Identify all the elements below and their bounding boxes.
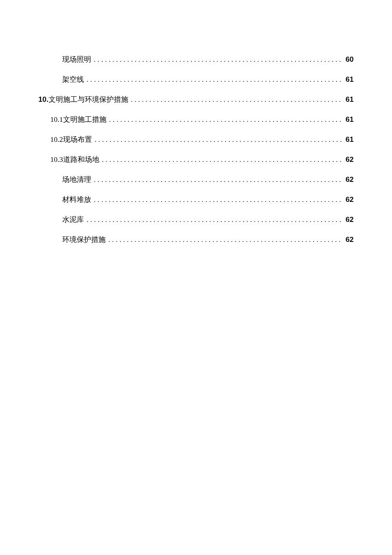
toc-entry: 10.1文明施工措施 .............................…: [38, 115, 354, 124]
toc-label: 10.1文明施工措施: [50, 115, 107, 124]
toc-entry: 水泥库 ....................................…: [38, 215, 354, 224]
toc-label: 环境保护措施: [62, 235, 106, 244]
toc-page: 61: [346, 135, 354, 144]
toc-dots: ........................................…: [131, 95, 343, 104]
toc-dots: ........................................…: [94, 55, 343, 64]
toc-dots: ........................................…: [86, 75, 343, 84]
toc-dots: ........................................…: [94, 196, 343, 204]
toc-entry: 现场照明 ...................................…: [38, 55, 354, 64]
toc-label: 现场照明: [62, 55, 91, 64]
toc-label: 10.2现场布置: [50, 135, 92, 144]
toc-entry: 架空线 ....................................…: [38, 75, 354, 84]
toc-page: 61: [346, 95, 354, 104]
toc-label: 材料堆放: [62, 195, 91, 204]
toc-label: 10.文明施工与环境保护措施: [38, 95, 128, 104]
toc-entry: 材料堆放 ...................................…: [38, 195, 354, 204]
toc-page: 62: [346, 175, 354, 184]
toc-page: 61: [346, 75, 354, 84]
toc-dots: ........................................…: [94, 175, 343, 184]
toc-page: 60: [346, 55, 354, 64]
toc-dots: ........................................…: [109, 115, 343, 124]
toc-label: 架空线: [62, 75, 84, 84]
toc-page: 62: [346, 216, 354, 224]
toc-entry: 环境保护措施 .................................…: [38, 235, 354, 244]
toc-dots: ........................................…: [95, 135, 343, 144]
toc-entry: 10.2现场布置 ...............................…: [38, 135, 354, 144]
toc-entry: 场地清理 ...................................…: [38, 175, 354, 184]
toc-dots: ........................................…: [102, 155, 343, 164]
toc-page: 62: [346, 155, 354, 164]
toc-page: 62: [346, 236, 354, 244]
toc-page: 62: [346, 196, 354, 204]
table-of-contents: 现场照明 ...................................…: [38, 55, 354, 244]
toc-dots: ........................................…: [86, 216, 343, 224]
toc-label: 水泥库: [62, 215, 84, 224]
toc-entry: 10.文明施工与环境保护措施 .........................…: [38, 95, 354, 104]
toc-label: 场地清理: [62, 175, 91, 184]
toc-label: 10.3道路和场地: [50, 155, 99, 164]
toc-entry: 10.3道路和场地 ..............................…: [38, 155, 354, 164]
toc-page: 61: [346, 115, 354, 124]
toc-dots: ........................................…: [108, 236, 343, 244]
